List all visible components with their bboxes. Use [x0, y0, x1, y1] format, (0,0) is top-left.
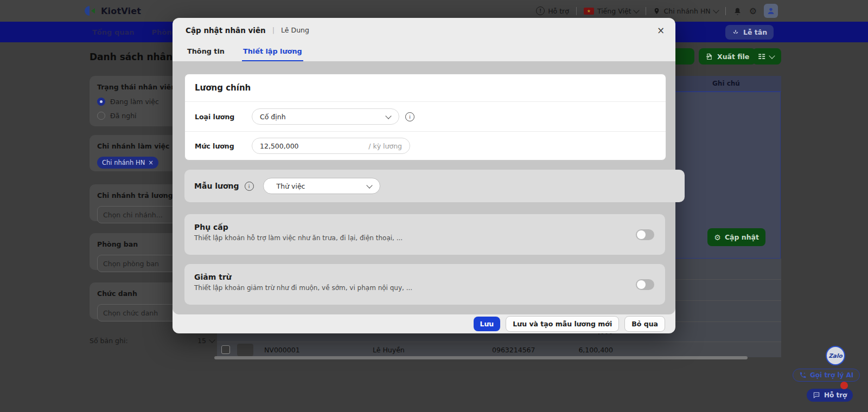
tab-thong-tin[interactable]: Thông tin — [186, 42, 226, 61]
update-employee-modal: Cập nhật nhân viên | Lê Dung × Thông tin… — [173, 18, 675, 333]
salary-type-value: Cố định — [260, 113, 286, 121]
help-menu[interactable]: ! Hỗ trợ — [536, 7, 569, 15]
radio-label: Đang làm việc — [110, 98, 159, 106]
tab-thiet-lap-luong[interactable]: Thiết lập lương — [242, 42, 303, 61]
branch-tag-label: Chi nhánh HN — [102, 159, 145, 166]
salary-template-card: Mẫu lương i Thử việc — [184, 170, 685, 202]
chat-icon — [813, 391, 820, 399]
employee-amount: 6,100,400 — [578, 346, 613, 354]
language-label: Tiếng Việt — [597, 7, 631, 15]
main-salary-card: Lương chính Loại lương Cố định i Mức lươ… — [184, 74, 666, 160]
save-button[interactable]: Lưu — [474, 317, 501, 331]
zalo-label: Zalo — [828, 352, 843, 359]
branch-label: Chi nhánh HN — [663, 7, 710, 15]
modal-header: Cập nhật nhân viên | Lê Dung — [173, 18, 675, 42]
gear-icon: ⚙︎ — [714, 233, 721, 242]
modal-footer: Lưu Lưu và tạo mẫu lương mới Bỏ qua — [173, 314, 675, 333]
call-ai-label: Gọi trợ lý AI — [810, 371, 853, 379]
salary-template-label: Mẫu lương — [194, 182, 239, 190]
language-menu[interactable]: ★ Tiếng Việt — [584, 7, 639, 15]
records-value: 15 — [197, 337, 206, 345]
modal-title: Cập nhật nhân viên — [186, 26, 266, 35]
columns-icon — [758, 53, 766, 60]
employee-code: NV000001 — [264, 346, 373, 354]
divider — [646, 7, 646, 15]
allowance-title: Phụ cấp — [194, 223, 655, 231]
employee-name-subtitle: Lê Dung — [281, 26, 309, 34]
tag-close-icon[interactable]: × — [148, 159, 154, 166]
employee-name: Lê Huyền — [373, 346, 492, 354]
modal-body: Lương chính Loại lương Cố định i Mức lươ… — [173, 61, 675, 314]
support-label: Hỗ trợ — [824, 391, 847, 399]
employee-phone: 0963214567 — [492, 346, 535, 354]
call-ai-assistant-button[interactable]: Gọi trợ lý AI — [793, 369, 860, 382]
chevron-down-icon — [713, 7, 719, 13]
export-label: Xuất file — [717, 53, 749, 61]
vietnam-flag-icon: ★ — [584, 8, 594, 15]
chevron-down-icon — [366, 182, 372, 188]
update-label: Cập nhật — [725, 233, 759, 241]
export-file-button[interactable]: Xuất file — [699, 48, 756, 65]
support-chat-button[interactable]: Hỗ trợ — [807, 389, 853, 402]
chevron-down-icon — [634, 7, 640, 13]
chevron-down-icon — [209, 337, 215, 343]
salary-template-value: Thử việc — [277, 182, 305, 190]
zalo-widget[interactable]: Zalo — [826, 346, 845, 365]
brand-name: KiotViet — [101, 6, 141, 16]
nav-item-tong-quan[interactable]: Tổng quan — [92, 28, 134, 36]
row-checkbox[interactable] — [221, 345, 230, 354]
radio-selected-icon — [97, 98, 105, 106]
allowance-toggle[interactable] — [636, 229, 654, 240]
table-row-employee[interactable]: NV000001 Lê Huyền 0963214567 6,100,400 — [217, 342, 781, 357]
salary-template-select[interactable]: Thử việc — [263, 178, 380, 194]
column-header-ghi-chu[interactable]: Ghi chú — [712, 80, 740, 87]
deduction-card: Giảm trừ Thiết lập khoản giảm trừ như đi… — [184, 264, 665, 305]
radio-unselected-icon — [97, 112, 105, 120]
salary-amount-field[interactable]: 12,500,000 / kỳ lương — [252, 138, 410, 154]
chevron-down-icon — [769, 53, 775, 59]
radio-label: Đã nghỉ — [110, 112, 137, 120]
close-icon[interactable]: × — [655, 24, 667, 36]
gear-icon[interactable]: ⚙︎ — [749, 6, 757, 16]
salary-amount-label: Mức lương — [195, 142, 252, 150]
salary-type-select[interactable]: Cố định — [252, 108, 399, 125]
allowance-card: Phụ cấp Thiết lập khoản hỗ trợ làm việc … — [184, 214, 665, 255]
bell-icon[interactable] — [733, 7, 742, 16]
location-pin-icon — [653, 7, 660, 15]
horizontal-scrollbar[interactable] — [214, 356, 748, 359]
branch-tag[interactable]: Chi nhánh HN × — [97, 157, 158, 169]
kiotviet-logo-icon — [84, 4, 97, 17]
records-per-page: Số bản ghi: 15 — [90, 337, 214, 345]
save-and-create-template-button[interactable]: Lưu và tạo mẫu lương mới — [506, 316, 619, 332]
branch-menu[interactable]: Chi nhánh HN — [653, 7, 718, 15]
user-avatar[interactable] — [764, 4, 778, 18]
help-label: Hỗ trợ — [548, 7, 569, 15]
salary-type-label: Loại lương — [195, 113, 252, 121]
salary-amount-value: 12,500,000 — [260, 142, 299, 150]
user-icon — [767, 7, 775, 15]
divider — [725, 7, 726, 15]
main-salary-title: Lương chính — [195, 83, 251, 93]
notification-badge — [840, 382, 848, 389]
records-label: Số bản ghi: — [90, 337, 128, 345]
phone-icon — [799, 371, 807, 379]
cancel-button[interactable]: Bỏ qua — [624, 316, 665, 332]
employee-photo — [237, 344, 253, 356]
export-icon — [705, 53, 713, 61]
info-icon: i — [405, 112, 414, 121]
kiotviet-logo[interactable]: KiotViet — [84, 4, 141, 17]
records-select[interactable]: 15 — [197, 337, 214, 345]
reception-icon — [732, 29, 739, 36]
title-divider: | — [272, 26, 275, 34]
info-icon: i — [245, 182, 254, 191]
modal-tabs: Thông tin Thiết lập lương — [173, 42, 675, 61]
update-employee-button[interactable]: ⚙︎ Cập nhật — [707, 228, 765, 246]
chevron-down-icon — [385, 113, 391, 119]
deduction-toggle[interactable] — [636, 279, 654, 290]
divider — [576, 7, 577, 15]
help-icon: ! — [536, 7, 545, 15]
reception-button[interactable]: Lễ tân — [725, 25, 774, 40]
columns-button[interactable] — [752, 48, 781, 65]
allowance-description: Thiết lập khoản hỗ trợ làm việc như ăn t… — [194, 234, 655, 242]
salary-period-suffix: / kỳ lương — [368, 142, 402, 150]
